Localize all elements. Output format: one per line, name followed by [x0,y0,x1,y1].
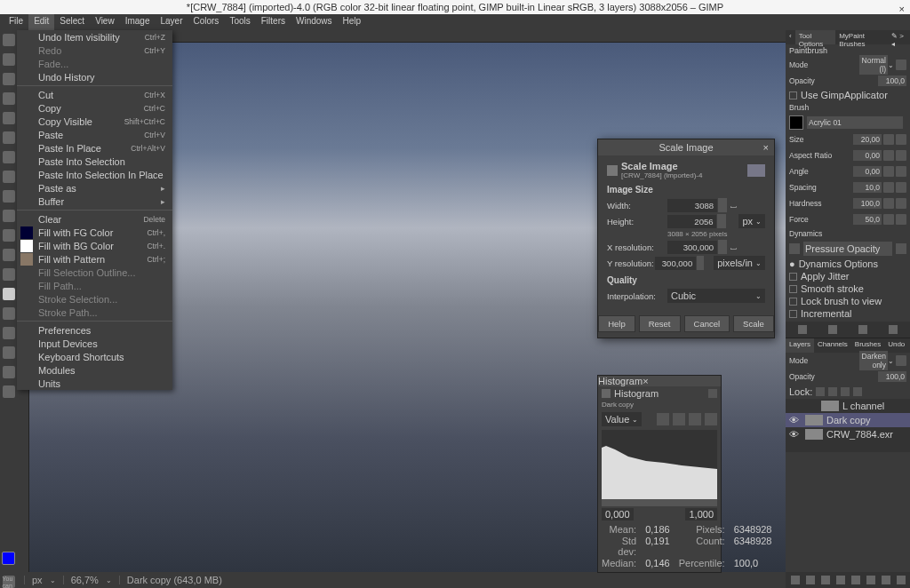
menu-item-copy-visible[interactable]: Copy VisibleShift+Ctrl+C [17,115,172,128]
lock-pixels-icon[interactable] [816,387,825,396]
rect-select-tool-icon[interactable] [3,34,15,46]
dynamics-name[interactable]: Pressure Opacity [803,242,892,256]
eraser-tool-icon[interactable] [3,307,15,320]
menu-item-undo-history[interactable]: Undo History [17,70,172,83]
flip-tool-icon[interactable] [3,171,15,183]
menu-help[interactable]: Help [338,14,367,30]
brush-size[interactable]: 20,00 [853,134,882,145]
menu-view[interactable]: View [90,14,120,30]
scale-button[interactable]: Scale [733,315,774,332]
rotate-tool-icon[interactable] [3,131,15,144]
menu-item-fill-with-pattern[interactable]: Fill with PatternCtrl+; [17,252,172,266]
help-button[interactable]: Help [598,315,635,332]
menu-select[interactable]: Select [54,14,90,30]
layer-item[interactable]: 👁CRW_7884.exr [786,427,910,441]
interpolation-select[interactable]: Cubic⌄ [667,289,765,303]
move-tool-icon[interactable] [3,112,15,124]
tool-options-tabs[interactable]: ‹ Tool Options MyPaint Brushes ✎ > ◂ [786,30,910,44]
menu-item-copy[interactable]: CopyCtrl+C [17,101,172,115]
close-icon[interactable]: × [643,376,648,386]
layers-tabs[interactable]: Layers Channels Brushes Undo ◂ [786,338,910,353]
angle-value[interactable]: 0,00 [853,166,882,177]
menu-item-preferences[interactable]: Preferences [17,323,172,337]
jitter-checkbox[interactable] [789,273,797,281]
menu-item-fill-with-bg-color[interactable]: Fill with BG ColorCtrl+. [17,239,172,252]
brush-name[interactable]: Acrylic 01 [807,116,903,129]
layer-mode[interactable]: Darken only [859,351,888,370]
crop-tool-icon[interactable] [3,92,15,105]
aspect-value[interactable]: 0,00 [853,150,882,161]
status-zoom[interactable]: 66,7% [71,575,99,585]
menu-image[interactable]: Image [120,14,156,30]
menu-colors[interactable]: Colors [188,14,224,30]
gradient-tool-icon[interactable] [3,249,15,261]
heal-tool-icon[interactable] [3,346,15,359]
menu-edit[interactable]: Edit [28,14,54,30]
menu-tools[interactable]: Tools [224,14,255,30]
range-slider[interactable] [602,499,717,506]
clone-tool-icon[interactable] [3,327,15,339]
lock-position-icon[interactable] [828,387,837,396]
menu-item-cut[interactable]: CutCtrl+X [17,88,172,101]
layer-item[interactable]: 👁Dark copy [786,413,910,427]
bucket-tool-icon[interactable] [3,229,15,242]
delete-layer-icon[interactable] [897,576,906,584]
opacity-value[interactable]: 100,0 [878,75,906,86]
menu-windows[interactable]: Windows [291,14,338,30]
save-icon[interactable] [798,325,807,334]
paintbrush-tool-icon[interactable] [3,288,15,300]
res-unit-select[interactable]: pixels/in⌄ [714,256,765,270]
scale-tool-icon[interactable] [3,151,15,163]
menu-filters[interactable]: Filters [256,14,291,30]
dodge-tool-icon[interactable] [3,385,15,398]
size-link-icon[interactable] [896,134,906,145]
menu-item-fill-with-fg-color[interactable]: Fill with FG ColorCtrl+, [17,226,172,239]
smudge-tool-icon[interactable] [3,366,15,378]
mode-menu-icon[interactable] [896,60,906,70]
xres-input[interactable]: 300,000 [667,241,717,254]
linear-icon[interactable] [657,413,669,425]
incremental-checkbox[interactable] [789,310,797,318]
yres-input[interactable]: 300,000 [655,257,696,270]
force-value[interactable]: 50,0 [853,214,882,225]
status-unit[interactable]: px [32,575,43,585]
window-close-icon[interactable]: × [899,2,905,16]
menu-item-paste-as[interactable]: Paste as▸ [17,181,172,195]
size-reset-icon[interactable] [883,134,894,145]
lockbrush-checkbox[interactable] [789,298,797,306]
text-tool-icon[interactable] [3,210,15,222]
mode-select[interactable]: Normal (l) [859,55,888,75]
cancel-button[interactable]: Cancel [684,315,730,332]
menu-item-units[interactable]: Units [17,377,172,390]
channel-select[interactable]: Value⌄ [602,412,642,426]
free-select-tool-icon[interactable] [3,53,15,66]
menu-item-paste[interactable]: PasteCtrl+V [17,128,172,141]
menu-item-paste-into-selection[interactable]: Paste Into Selection [17,155,172,168]
use-applicator-checkbox[interactable] [789,91,797,99]
height-input[interactable]: 2056 [667,215,717,228]
brush-thumb-icon[interactable] [789,115,803,130]
layer-opacity[interactable]: 100,0 [878,371,906,382]
pencil-tool-icon[interactable] [3,268,15,281]
menu-file[interactable]: File [4,14,28,30]
new-layer-icon[interactable] [791,576,800,584]
fg-bg-color-box[interactable] [2,552,15,565]
menu-item-keyboard-shortcuts[interactable]: Keyboard Shortcuts [17,350,172,363]
log-icon[interactable] [673,413,685,425]
menu-layer[interactable]: Layer [155,14,188,30]
menu-item-clear[interactable]: ClearDelete [17,212,172,226]
hist-min[interactable]: 0,000 [602,508,634,520]
menu-item-paste-in-place[interactable]: Paste In PlaceCtrl+Alt+V [17,141,172,155]
warp-tool-icon[interactable] [3,190,15,203]
menu-item-paste-into-selection-in-place[interactable]: Paste Into Selection In Place [17,168,172,181]
menu-item-undo-item-visibility[interactable]: Undo Item visibilityCtrl+Z [17,30,172,44]
smooth-checkbox[interactable] [789,285,797,293]
unit-select[interactable]: px⌄ [738,214,765,228]
menu-item-input-devices[interactable]: Input Devices [17,337,172,350]
hist-max[interactable]: 1,000 [685,508,717,520]
width-input[interactable]: 3088 [667,199,717,212]
menu-icon[interactable] [708,389,717,398]
lock-alpha-icon[interactable] [841,387,850,396]
menu-item-buffer[interactable]: Buffer▸ [17,195,172,208]
hardness-value[interactable]: 100,0 [853,198,882,209]
